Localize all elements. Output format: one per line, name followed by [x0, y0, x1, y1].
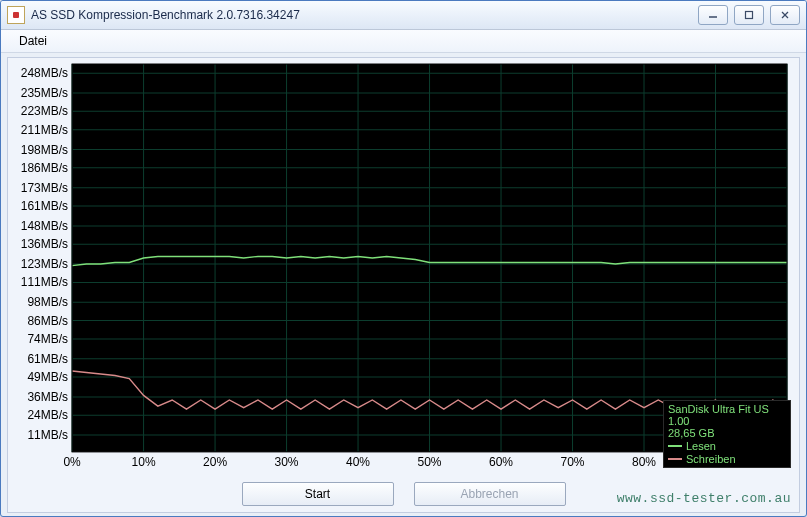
close-button[interactable]: [770, 5, 800, 25]
legend-read-label: Lesen: [686, 440, 716, 452]
maximize-button[interactable]: [734, 5, 764, 25]
svg-text:211MB/s: 211MB/s: [21, 123, 68, 137]
svg-text:148MB/s: 148MB/s: [21, 219, 68, 233]
svg-text:123MB/s: 123MB/s: [21, 257, 68, 271]
menubar: Datei: [1, 30, 806, 53]
svg-rect-1: [746, 12, 753, 19]
svg-text:30%: 30%: [275, 455, 299, 469]
svg-text:98MB/s: 98MB/s: [27, 295, 68, 309]
svg-text:248MB/s: 248MB/s: [21, 66, 68, 80]
svg-text:136MB/s: 136MB/s: [21, 237, 68, 251]
close-icon: [780, 10, 790, 20]
minimize-button[interactable]: [698, 5, 728, 25]
svg-text:173MB/s: 173MB/s: [21, 181, 68, 195]
device-info-panel: SanDisk Ultra Fit US 1.00 28,65 GB Lesen…: [663, 400, 791, 468]
app-icon: [7, 6, 25, 24]
svg-text:20%: 20%: [203, 455, 227, 469]
cancel-button: Abbrechen: [414, 482, 566, 506]
svg-text:60%: 60%: [489, 455, 513, 469]
svg-text:50%: 50%: [418, 455, 442, 469]
legend-write-swatch: [668, 458, 682, 460]
menu-file[interactable]: Datei: [11, 32, 55, 50]
svg-text:70%: 70%: [561, 455, 585, 469]
device-capacity: 28,65 GB: [668, 427, 786, 439]
svg-text:186MB/s: 186MB/s: [21, 161, 68, 175]
svg-text:0%: 0%: [63, 455, 81, 469]
start-button[interactable]: Start: [242, 482, 394, 506]
svg-text:198MB/s: 198MB/s: [21, 143, 68, 157]
svg-text:36MB/s: 36MB/s: [27, 390, 68, 404]
svg-text:111MB/s: 111MB/s: [21, 275, 68, 289]
legend-write: Schreiben: [668, 453, 786, 465]
app-window: AS SSD Kompression-Benchmark 2.0.7316.34…: [0, 0, 807, 517]
window-title: AS SSD Kompression-Benchmark 2.0.7316.34…: [31, 8, 698, 22]
device-name: SanDisk Ultra Fit US: [668, 403, 786, 415]
svg-text:235MB/s: 235MB/s: [21, 86, 68, 100]
svg-text:223MB/s: 223MB/s: [21, 104, 68, 118]
svg-text:86MB/s: 86MB/s: [27, 314, 68, 328]
svg-text:40%: 40%: [346, 455, 370, 469]
legend-read: Lesen: [668, 440, 786, 452]
window-controls: [698, 5, 800, 25]
svg-text:11MB/s: 11MB/s: [27, 428, 68, 442]
legend-write-label: Schreiben: [686, 453, 736, 465]
maximize-icon: [744, 10, 754, 20]
titlebar: AS SSD Kompression-Benchmark 2.0.7316.34…: [1, 1, 806, 30]
client-area: 11MB/s24MB/s36MB/s49MB/s61MB/s74MB/s86MB…: [7, 57, 800, 513]
svg-text:10%: 10%: [132, 455, 156, 469]
svg-text:61MB/s: 61MB/s: [27, 352, 68, 366]
device-firmware: 1.00: [668, 415, 786, 427]
svg-text:49MB/s: 49MB/s: [27, 370, 68, 384]
svg-text:161MB/s: 161MB/s: [21, 199, 68, 213]
svg-text:24MB/s: 24MB/s: [27, 408, 68, 422]
legend-read-swatch: [668, 445, 682, 447]
svg-text:74MB/s: 74MB/s: [27, 332, 68, 346]
svg-text:80%: 80%: [632, 455, 656, 469]
watermark-text: www.ssd-tester.com.au: [617, 491, 791, 506]
minimize-icon: [708, 10, 718, 20]
